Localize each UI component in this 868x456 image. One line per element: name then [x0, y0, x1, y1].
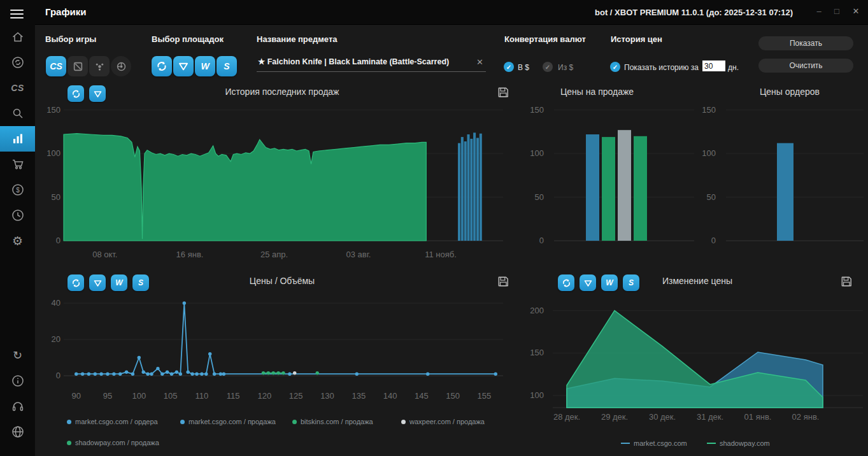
close-button[interactable]: ✕: [849, 6, 863, 18]
clear-button[interactable]: Очистить: [758, 59, 853, 73]
legend-item[interactable]: market.csgo.com: [621, 438, 687, 448]
platform-select-label: Выбор площадок: [152, 34, 224, 44]
game-rust-button[interactable]: [89, 56, 110, 76]
data-point: [87, 373, 90, 376]
recent-sale-bar: [464, 141, 467, 241]
price-change-chart: 10015020028 дек.29 дек.30 дек.31 дек.01 …: [516, 294, 868, 456]
data-point: [208, 352, 211, 355]
data-point: [426, 373, 429, 376]
data-point: [183, 301, 186, 304]
data-point: [81, 373, 84, 376]
data-point: [138, 356, 141, 359]
currency-to-usd-checkbox[interactable]: ✓: [504, 62, 514, 72]
sidebar-item-cs[interactable]: CS: [0, 75, 35, 101]
legend-item[interactable]: waxpeer.com / продажа: [401, 417, 485, 427]
history-days-input[interactable]: [702, 61, 725, 71]
game-dota2-button[interactable]: [68, 56, 88, 76]
x-axis-label: 140: [378, 391, 403, 401]
chart4-waxpeer-filter-button[interactable]: W: [111, 274, 127, 291]
y-axis-label: 100: [516, 390, 544, 401]
sidebar-item-balance[interactable]: $: [0, 177, 35, 203]
data-point: [156, 367, 159, 370]
x-axis-label: 01 янв.: [729, 412, 786, 422]
platform-waxpeer-button[interactable]: W: [195, 56, 215, 76]
info-icon: [11, 374, 25, 388]
chart5-waxpeer-filter-button[interactable]: W: [601, 274, 618, 291]
chart1-save-button[interactable]: [494, 84, 512, 102]
x-axis-label: 105: [158, 391, 183, 401]
sidebar-item-market[interactable]: [0, 50, 35, 75]
chart5-save-button[interactable]: [837, 273, 855, 291]
sidebar-item-support[interactable]: [0, 394, 35, 419]
legend-item[interactable]: market.csgo.com / ордера: [67, 417, 158, 427]
market-csgo-icon: [562, 278, 571, 288]
sidebar-item-info[interactable]: [0, 368, 35, 394]
x-axis-label: 125: [283, 391, 309, 401]
maximize-button[interactable]: □: [830, 6, 844, 18]
bitskins-icon: [583, 278, 593, 288]
save-icon: [497, 86, 509, 99]
game-cs2-button[interactable]: CS: [46, 56, 66, 76]
data-point: [75, 373, 78, 376]
data-point: [494, 373, 497, 376]
show-button[interactable]: Показать: [758, 36, 853, 50]
currency-label: Конвертация валют: [504, 34, 586, 44]
chart4-market-filter-button[interactable]: [68, 274, 84, 291]
y-axis-label: 100: [694, 148, 716, 159]
data-point: [204, 373, 208, 376]
game-tf2-button[interactable]: [111, 56, 131, 76]
shadowpay-icon: S: [629, 278, 634, 287]
chart1-title: История последних продаж: [146, 87, 418, 97]
legend-item[interactable]: bitskins.com / продажа: [292, 417, 373, 427]
legend-item[interactable]: shadowpay.com: [707, 438, 770, 448]
market-icon: [11, 55, 25, 69]
svg-text:$: $: [16, 187, 20, 194]
menu-icon[interactable]: [10, 7, 24, 21]
sales-history-chart: 05010015008 окт.16 янв.25 апр.03 авг.11 …: [35, 102, 519, 264]
sidebar-item-search[interactable]: [0, 101, 35, 126]
data-point: [267, 371, 270, 374]
sidebar-item-settings[interactable]: ⚙: [0, 228, 35, 253]
chart5-market-filter-button[interactable]: [558, 274, 574, 291]
data-point: [170, 373, 173, 376]
chart5-bitskins-filter-button[interactable]: [580, 274, 596, 291]
data-point: [99, 373, 103, 376]
recent-sale-bar: [467, 134, 470, 241]
sidebar-item-history[interactable]: [0, 203, 35, 228]
sidebar-item-charts[interactable]: [0, 126, 35, 152]
sidebar-item-language[interactable]: [0, 419, 35, 445]
x-axis-label: 145: [409, 391, 434, 401]
platform-bitskins-button[interactable]: [173, 56, 194, 76]
prices-volumes-chart: 0204090951001051101151201251301351401451…: [35, 294, 519, 456]
clear-item-icon[interactable]: ✕: [476, 57, 483, 67]
sidebar-item-cart[interactable]: [0, 152, 35, 177]
data-point: [146, 373, 149, 376]
y-axis-label: 0: [694, 235, 716, 246]
history-checkbox[interactable]: ✓: [610, 62, 620, 72]
data-point: [131, 373, 134, 376]
currency-from-usd-label[interactable]: Из $: [558, 63, 573, 72]
y-axis-label: 0: [516, 235, 544, 246]
minimize-button[interactable]: –: [812, 6, 826, 18]
chart1-market-filter-button[interactable]: [68, 85, 84, 102]
chart3-title: Цены ордеров: [726, 87, 853, 97]
chart4-save-button[interactable]: [494, 273, 512, 291]
currency-from-usd-checkbox[interactable]: ✓: [543, 62, 553, 72]
chart4-bitskins-filter-button[interactable]: [89, 274, 106, 291]
item-name-label: Название предмета: [257, 34, 338, 44]
history-days-unit: дн.: [728, 63, 739, 72]
x-axis-label: 30 дек.: [634, 412, 691, 422]
legend-item[interactable]: shadowpay.com / продажа: [67, 438, 159, 448]
platform-shadowpay-button[interactable]: S: [217, 56, 237, 76]
platform-market-csgo-button[interactable]: [152, 56, 172, 76]
sidebar-item-update[interactable]: ↻: [0, 343, 35, 368]
currency-to-usd-label[interactable]: В $: [518, 63, 529, 72]
x-axis-label: 90: [64, 391, 89, 401]
recent-sale-bar: [470, 139, 473, 241]
sidebar-item-home[interactable]: [0, 24, 35, 50]
legend-dot-icon: [401, 420, 406, 424]
item-name-input[interactable]: [257, 56, 472, 66]
legend-item[interactable]: market.csgo.com / продажа: [180, 417, 276, 427]
chart1-bitskins-filter-button[interactable]: [89, 85, 106, 102]
y-axis-label: 50: [516, 192, 544, 203]
